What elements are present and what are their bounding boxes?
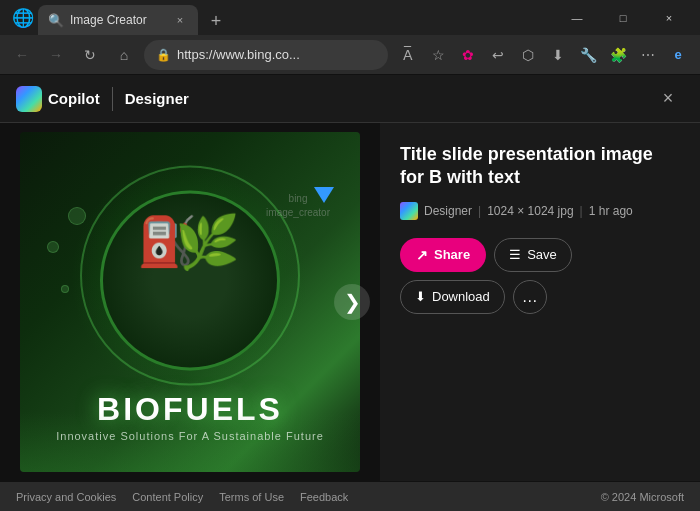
image-panel: ⛽ 🌿 bingimage_creator BIOFUELS Innovativ… (0, 123, 380, 481)
tab-bar: 🔍 Image Creator × + (38, 0, 550, 35)
download-label: Download (432, 289, 490, 304)
download-button[interactable]: ⬇ Download (400, 280, 505, 314)
main-content: ⛽ 🌿 bingimage_creator BIOFUELS Innovativ… (0, 123, 700, 481)
watermark: bingimage_creator (266, 192, 330, 220)
url-text: https://www.bing.co... (177, 47, 376, 62)
footer-copyright: © 2024 Microsoft (601, 491, 684, 503)
more-actions-button[interactable]: … (513, 280, 547, 314)
copilot-logo-icon (16, 86, 42, 112)
download-tb-icon[interactable]: ⬇ (544, 41, 572, 69)
meta-source: Designer (424, 204, 472, 218)
footer-content-link[interactable]: Content Policy (132, 491, 203, 503)
share-label: Share (434, 247, 470, 262)
more-tools-icon[interactable]: 🔧 (574, 41, 602, 69)
content-area: Copilot Designer × (0, 75, 700, 511)
collections-icon[interactable]: ↩ (484, 41, 512, 69)
back-button[interactable]: ← (8, 41, 36, 69)
active-tab[interactable]: 🔍 Image Creator × (38, 5, 198, 35)
extensions-icon[interactable]: 🧩 (604, 41, 632, 69)
footer-feedback-link[interactable]: Feedback (300, 491, 348, 503)
copilot-text: Copilot (48, 90, 100, 107)
window-controls: — □ × (554, 0, 692, 35)
watermark-text: bingimage_creator (266, 192, 330, 220)
info-panel: Title slide presentation image for B wit… (380, 123, 700, 481)
share-button[interactable]: ↗ Share (400, 238, 486, 272)
meta-time: 1 hr ago (589, 204, 633, 218)
title-bar: 🌐 🔍 Image Creator × + — □ × (0, 0, 700, 35)
next-arrow-button[interactable]: ❯ (334, 284, 370, 320)
meta-dimensions: 1024 × 1024 jpg (487, 204, 573, 218)
header-close-button[interactable]: × (652, 83, 684, 115)
image-title: Title slide presentation image for B wit… (400, 143, 680, 190)
maximize-button[interactable]: □ (600, 0, 646, 35)
bottom-glow (20, 412, 360, 472)
address-bar: ← → ↻ ⌂ 🔒 https://www.bing.co... A̅ ☆ ✿ … (0, 35, 700, 75)
window-close-button[interactable]: × (646, 0, 692, 35)
footer-links: Privacy and Cookies Content Policy Terms… (16, 491, 348, 503)
read-aloud-icon[interactable]: A̅ (394, 41, 422, 69)
meta-sep-2: | (580, 204, 583, 218)
leaf-icon: 🌿 (175, 212, 240, 273)
save-button[interactable]: ☰ Save (494, 238, 572, 272)
new-tab-button[interactable]: + (202, 7, 230, 35)
url-box[interactable]: 🔒 https://www.bing.co... (144, 40, 388, 70)
edge-icon[interactable]: e (664, 41, 692, 69)
toolbar-icons: A̅ ☆ ✿ ↩ ⬡ ⬇ 🔧 🧩 ⋯ e (394, 41, 692, 69)
footer-privacy-link[interactable]: Privacy and Cookies (16, 491, 116, 503)
browser-frame: 🌐 🔍 Image Creator × + — □ × ← → ↻ ⌂ 🔒 ht… (0, 0, 700, 511)
bubble-3 (61, 285, 69, 293)
meta-designer-icon (400, 202, 418, 220)
favorites-icon[interactable]: ☆ (424, 41, 452, 69)
share-icon: ↗ (416, 247, 428, 263)
save-label: Save (527, 247, 557, 262)
minimize-button[interactable]: — (554, 0, 600, 35)
home-button[interactable]: ⌂ (110, 41, 138, 69)
copilot-tb-icon[interactable]: ✿ (454, 41, 482, 69)
save-icon: ☰ (509, 247, 521, 262)
action-buttons: ↗ Share ☰ Save ⬇ Download … (400, 238, 680, 314)
bubble-1 (68, 207, 86, 225)
tab-title: Image Creator (70, 13, 166, 27)
designer-header: Copilot Designer × (0, 75, 700, 123)
biofuel-image: ⛽ 🌿 bingimage_creator BIOFUELS Innovativ… (20, 132, 360, 472)
footer: Privacy and Cookies Content Policy Terms… (0, 481, 700, 511)
download-icon: ⬇ (415, 289, 426, 304)
circle-inner: ⛽ 🌿 (100, 190, 280, 370)
browser-essentials-icon[interactable]: ⬡ (514, 41, 542, 69)
image-meta: Designer | 1024 × 1024 jpg | 1 hr ago (400, 202, 680, 220)
tab-close-button[interactable]: × (172, 12, 188, 28)
forward-button[interactable]: → (42, 41, 70, 69)
lock-icon: 🔒 (156, 48, 171, 62)
bubble-2 (47, 241, 59, 253)
more-button[interactable]: ⋯ (634, 41, 662, 69)
designer-text: Designer (125, 90, 189, 107)
meta-sep-1: | (478, 204, 481, 218)
footer-terms-link[interactable]: Terms of Use (219, 491, 284, 503)
tab-search-icon: 🔍 (48, 13, 64, 28)
browser-icon: 🌐 (12, 7, 34, 29)
header-divider (112, 87, 113, 111)
refresh-button[interactable]: ↻ (76, 41, 104, 69)
copilot-logo: Copilot (16, 86, 100, 112)
